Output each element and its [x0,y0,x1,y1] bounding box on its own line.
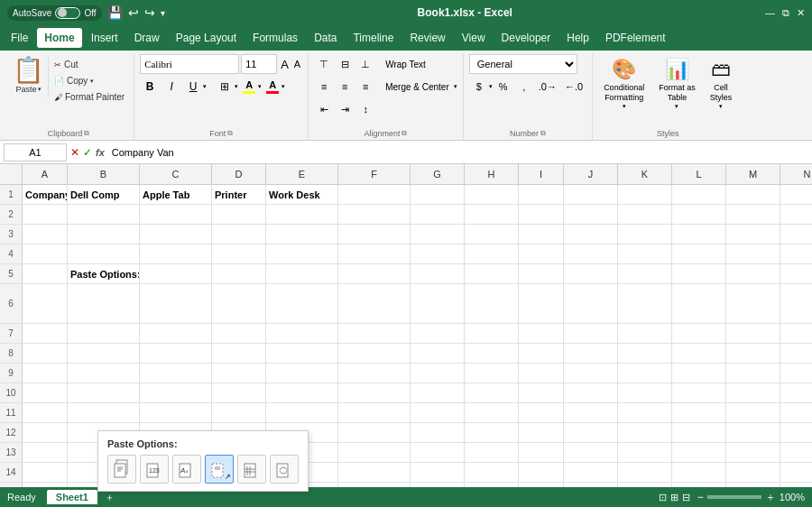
cell-e3[interactable] [266,225,338,244]
cell-l6[interactable] [672,284,726,324]
cell-j3[interactable] [564,225,618,244]
currency-button[interactable]: $ [469,77,489,97]
cell-e1[interactable]: Work Desk [266,185,338,205]
row-header-4[interactable]: 4 [0,244,23,263]
cell-d2[interactable] [212,205,266,225]
cell-d3[interactable] [212,225,266,244]
cell-m6[interactable] [726,284,780,324]
zoom-slider[interactable] [707,495,761,499]
clipboard-expand-icon[interactable]: ⧉ [84,129,89,138]
cell-i4[interactable] [519,244,564,264]
row-header-2[interactable]: 2 [0,205,23,224]
corner-cell[interactable] [0,164,23,184]
cell-e2[interactable] [266,205,338,225]
menu-help[interactable]: Help [559,28,596,48]
cell-e6[interactable] [266,284,338,324]
cell-i6[interactable] [519,284,564,324]
cell-c2[interactable] [140,205,212,225]
normal-view-icon[interactable]: ⊡ [659,492,667,503]
paste-button[interactable]: 📋 Paste ▾ [9,54,49,98]
menu-draw[interactable]: Draw [127,28,167,48]
row-header-6[interactable]: 6 [0,284,23,323]
menu-review[interactable]: Review [402,28,452,48]
row-header-10[interactable]: 10 [0,383,23,402]
cell-k7[interactable] [618,324,672,344]
col-header-l[interactable]: L [672,164,726,184]
comma-button[interactable]: , [514,77,534,97]
row-header-7[interactable]: 7 [0,324,23,343]
format-painter-button[interactable]: 🖌 Format Painter [51,90,128,105]
col-header-m[interactable]: M [726,164,780,184]
col-header-h[interactable]: H [465,164,519,184]
cell-n6[interactable] [780,284,812,324]
cell-n7[interactable] [780,324,812,344]
restore-btn[interactable]: ⧉ [782,7,789,19]
undo-icon[interactable]: ↩ [128,5,139,20]
paste-option-link[interactable] [270,455,299,484]
align-right-button[interactable]: ≡ [355,77,375,97]
page-layout-view-icon[interactable]: ⊞ [670,492,678,503]
cell-b2[interactable] [68,205,140,225]
cell-a1[interactable]: Company [23,185,68,205]
cell-e4[interactable] [266,244,338,264]
menu-timeline[interactable]: Timeline [346,28,401,48]
cell-m4[interactable] [726,244,780,264]
cell-m3[interactable] [726,225,780,244]
paste-option-default[interactable] [107,455,136,484]
number-expand-icon[interactable]: ⧉ [540,129,546,138]
cell-a7[interactable] [23,324,68,344]
menu-developer[interactable]: Developer [494,28,558,48]
border-arrow[interactable]: ▾ [235,83,238,90]
col-header-k[interactable]: K [618,164,672,184]
cell-l2[interactable] [672,205,726,225]
cell-b5[interactable]: Paste Options: [68,264,140,284]
cell-n2[interactable] [780,205,812,225]
cancel-formula-icon[interactable]: ✕ [70,146,79,159]
col-header-b[interactable]: B [68,164,140,184]
cell-a6[interactable] [23,284,68,324]
cell-c1[interactable]: Apple Tab [140,185,212,205]
cell-m7[interactable] [726,324,780,344]
formula-input[interactable] [108,143,808,161]
cell-b7[interactable] [68,324,140,344]
font-size-increase-btn[interactable]: A [279,59,291,70]
align-left-button[interactable]: ≡ [314,77,334,97]
cell-f3[interactable] [338,225,411,244]
cell-l7[interactable] [672,324,726,344]
row-header-12[interactable]: 12 [0,423,23,442]
merge-center-button[interactable]: Merge & Center [382,77,453,97]
cell-h6[interactable] [465,284,519,324]
format-table-arrow[interactable]: ▾ [675,103,678,110]
cell-c5[interactable] [140,264,212,284]
autosave-toggle[interactable]: AutoSave Off [7,5,102,21]
cell-h4[interactable] [465,244,519,264]
paste-option-transpose[interactable] [237,455,266,484]
cell-n1[interactable] [780,185,812,205]
align-top-button[interactable]: ⊤ [314,54,334,74]
col-header-d[interactable]: D [212,164,266,184]
border-button[interactable]: ⊞ [215,77,235,97]
cell-f2[interactable] [338,205,411,225]
close-btn[interactable]: ✕ [797,7,805,19]
menu-home[interactable]: Home [37,28,81,48]
cell-h1[interactable] [465,185,519,205]
menu-file[interactable]: File [4,28,35,48]
font-color-button[interactable]: A [263,78,281,95]
cell-b4[interactable] [68,244,140,264]
highlight-arrow[interactable]: ▾ [258,83,262,90]
copy-arrow[interactable]: ▾ [90,78,94,85]
cell-styles-button[interactable]: 🗃 CellStyles ▾ [705,54,738,114]
font-size-decrease-btn[interactable]: A [292,60,302,69]
cell-k6[interactable] [618,284,672,324]
font-selector[interactable] [140,54,239,74]
text-direction-button[interactable]: ↕ [355,99,375,119]
cell-k4[interactable] [618,244,672,264]
cell-b6[interactable] [68,284,140,324]
cell-f6[interactable] [338,284,411,324]
align-middle-button[interactable]: ⊟ [335,54,355,74]
cell-i1[interactable] [519,185,564,205]
cell-i7[interactable] [519,324,564,344]
cell-i5[interactable] [519,264,564,284]
cell-styles-arrow[interactable]: ▾ [719,103,723,110]
cell-d6[interactable] [212,284,266,324]
